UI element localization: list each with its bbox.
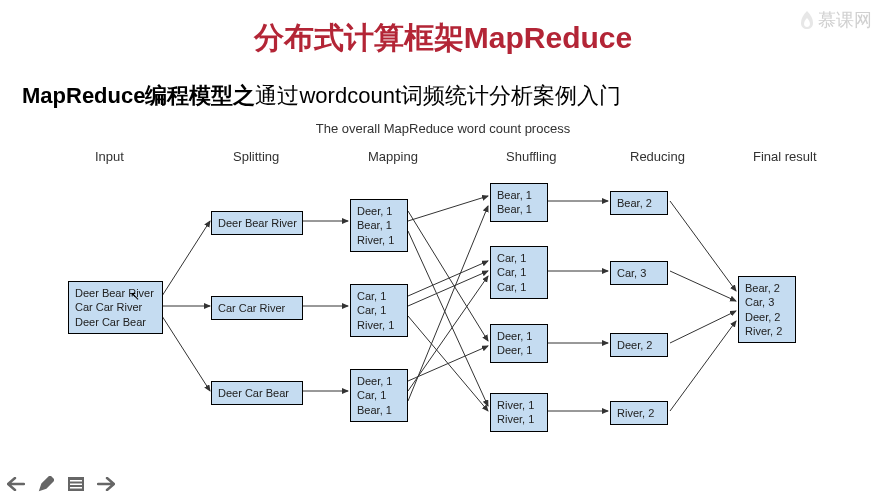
back-button[interactable]	[6, 474, 26, 494]
svg-rect-25	[70, 484, 82, 486]
split-box-1: Car Car River	[211, 296, 303, 320]
svg-line-22	[670, 321, 736, 411]
split-box-2: Deer Car Bear	[211, 381, 303, 405]
pencil-icon[interactable]	[36, 474, 56, 494]
svg-line-13	[408, 276, 488, 391]
map-box-2: Deer, 1Car, 1Bear, 1	[350, 369, 408, 422]
svg-line-21	[670, 311, 736, 343]
watermark-text: 慕课网	[818, 8, 872, 32]
svg-line-19	[670, 201, 736, 291]
reduce-box-0: Bear, 2	[610, 191, 668, 215]
subtitle-bold: MapReduce编程模型之	[22, 83, 255, 108]
map-box-0: Deer, 1Bear, 1River, 1	[350, 199, 408, 252]
svg-line-12	[408, 346, 488, 381]
subtitle-thin: 通过wordcount词频统计分析案例入门	[255, 83, 621, 108]
mapreduce-diagram: The overall MapReduce word count process…	[18, 111, 868, 451]
shuffle-box-2: Deer, 1Deer, 1	[490, 324, 548, 363]
page-subtitle: MapReduce编程模型之通过wordcount词频统计分析案例入门	[22, 81, 886, 111]
svg-line-8	[408, 231, 488, 406]
svg-line-0	[162, 221, 210, 296]
shuffle-box-1: Car, 1Car, 1Car, 1	[490, 246, 548, 299]
shuffle-box-3: River, 1River, 1	[490, 393, 548, 432]
svg-line-20	[670, 271, 736, 301]
svg-line-7	[408, 196, 488, 221]
shuffle-box-0: Bear, 1Bear, 1	[490, 183, 548, 222]
svg-rect-24	[70, 480, 82, 482]
svg-rect-26	[70, 487, 82, 489]
page-title: 分布式计算框架MapReduce	[0, 18, 886, 59]
map-box-1: Car, 1Car, 1River, 1	[350, 284, 408, 337]
split-box-0: Deer Bear River	[211, 211, 303, 235]
input-box: Deer Bear River Car Car River Deer Car B…	[68, 281, 163, 334]
svg-line-2	[162, 316, 210, 391]
forward-button[interactable]	[96, 474, 116, 494]
menu-icon[interactable]	[66, 474, 86, 494]
reduce-box-3: River, 2	[610, 401, 668, 425]
final-box: Bear, 2Car, 3Deer, 2River, 2	[738, 276, 796, 343]
reduce-box-2: Deer, 2	[610, 333, 668, 357]
svg-line-14	[408, 206, 488, 401]
presentation-toolbar	[6, 474, 116, 494]
watermark-logo: 慕课网	[798, 8, 872, 32]
reduce-box-1: Car, 3	[610, 261, 668, 285]
svg-line-9	[408, 261, 488, 296]
